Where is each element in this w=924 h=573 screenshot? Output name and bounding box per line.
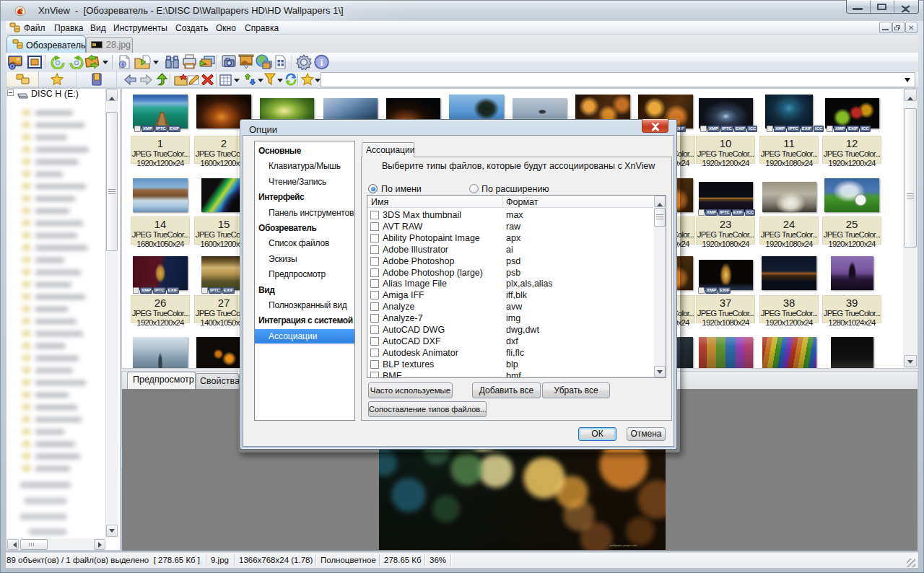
svg-text:i: i [321, 57, 323, 68]
